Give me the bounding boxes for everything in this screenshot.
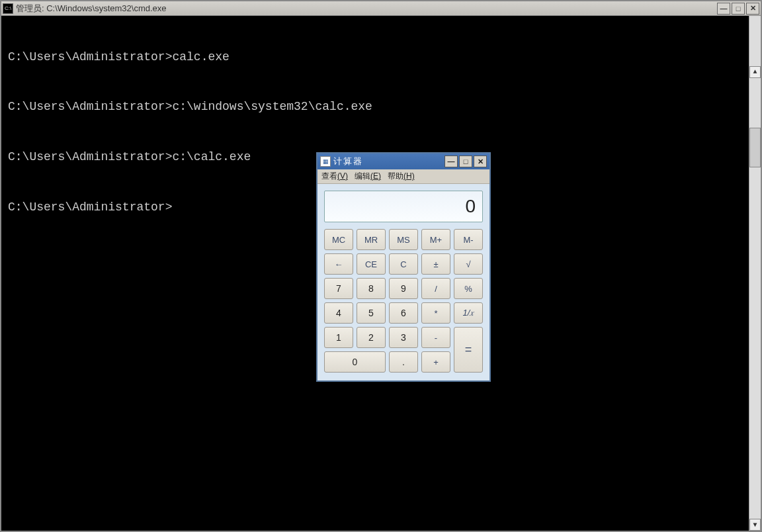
key-ms[interactable]: MS — [389, 229, 418, 250]
menu-edit-key: (E) — [370, 171, 381, 181]
cmd-close-button[interactable]: ✕ — [746, 3, 759, 15]
scroll-down-icon[interactable]: ▼ — [749, 519, 761, 531]
key-sqrt[interactable]: √ — [454, 253, 483, 275]
key-equals[interactable]: = — [454, 327, 483, 373]
calc-menubar: 查看(V) 编辑(E) 帮助(H) — [318, 169, 489, 184]
calc-window-buttons: — □ ✕ — [444, 155, 487, 167]
key-2[interactable]: 2 — [357, 327, 386, 348]
key-percent[interactable]: % — [454, 278, 483, 299]
calc-titlebar[interactable]: ▦ 计算器 — □ ✕ — [318, 154, 489, 169]
scroll-thumb[interactable] — [749, 128, 761, 167]
key-9[interactable]: 9 — [389, 278, 418, 299]
calc-maximize-button[interactable]: □ — [459, 155, 472, 167]
menu-help-label: 帮助 — [388, 171, 403, 181]
key-decimal[interactable]: . — [389, 351, 418, 373]
key-7[interactable]: 7 — [324, 278, 353, 299]
key-mr[interactable]: MR — [357, 229, 386, 250]
key-subtract[interactable]: - — [421, 327, 450, 348]
key-0[interactable]: 0 — [324, 351, 386, 373]
cmd-minimize-button[interactable]: — — [717, 3, 730, 15]
menu-view[interactable]: 查看(V) — [321, 171, 348, 182]
key-mplus[interactable]: M+ — [421, 229, 450, 250]
cmd-titlebar[interactable]: C:\ 管理员: C:\Windows\system32\cmd.exe — □… — [1, 1, 761, 16]
key-mc[interactable]: MC — [324, 229, 353, 250]
cmd-line: C:\Users\Administrator> — [8, 200, 172, 214]
menu-view-label: 查看 — [321, 171, 337, 181]
key-backspace[interactable]: ← — [324, 253, 353, 275]
cmd-maximize-button[interactable]: □ — [732, 3, 745, 15]
key-plusminus[interactable]: ± — [421, 253, 450, 275]
key-ce[interactable]: CE — [357, 253, 386, 275]
key-multiply[interactable]: * — [421, 302, 450, 324]
key-add[interactable]: + — [421, 351, 450, 373]
menu-edit-label: 编辑 — [355, 171, 370, 181]
calc-title: 计算器 — [333, 155, 444, 167]
calc-body: 0 MC MR MS M+ M- ← CE C ± √ 7 8 9 / % 4 … — [318, 184, 489, 380]
menu-view-key: (V) — [337, 171, 348, 181]
calculator-window: ▦ 计算器 — □ ✕ 查看(V) 编辑(E) 帮助(H) 0 MC MR MS… — [316, 152, 491, 382]
cmd-line: C:\Users\Administrator>c:\windows\system… — [8, 100, 372, 113]
menu-help[interactable]: 帮助(H) — [388, 171, 415, 182]
key-3[interactable]: 3 — [389, 327, 418, 348]
key-c[interactable]: C — [389, 253, 418, 275]
menu-edit[interactable]: 编辑(E) — [355, 171, 381, 182]
cmd-scrollbar[interactable]: ▲ ▼ — [749, 16, 761, 531]
key-6[interactable]: 6 — [389, 302, 418, 324]
cmd-window-buttons: — □ ✕ — [717, 3, 759, 15]
calc-display: 0 — [324, 191, 483, 222]
calculator-icon: ▦ — [320, 156, 331, 167]
key-4[interactable]: 4 — [324, 302, 353, 324]
key-8[interactable]: 8 — [357, 278, 386, 299]
calc-minimize-button[interactable]: — — [444, 155, 458, 167]
key-mminus[interactable]: M- — [454, 229, 483, 250]
menu-help-key: (H) — [403, 171, 415, 181]
cmd-line: C:\Users\Administrator>c:\calc.exe — [8, 150, 251, 163]
cmd-icon: C:\ — [3, 3, 13, 14]
key-divide[interactable]: / — [421, 278, 450, 299]
key-5[interactable]: 5 — [357, 302, 386, 324]
calc-close-button[interactable]: ✕ — [474, 155, 487, 167]
key-reciprocal[interactable]: 1/𝑥 — [454, 302, 483, 324]
calc-keypad: MC MR MS M+ M- ← CE C ± √ 7 8 9 / % 4 5 … — [324, 229, 483, 373]
cmd-title: 管理员: C:\Windows\system32\cmd.exe — [16, 3, 717, 15]
cmd-line: C:\Users\Administrator>calc.exe — [8, 50, 230, 64]
key-1[interactable]: 1 — [324, 327, 353, 348]
scroll-up-icon[interactable]: ▲ — [749, 66, 761, 78]
